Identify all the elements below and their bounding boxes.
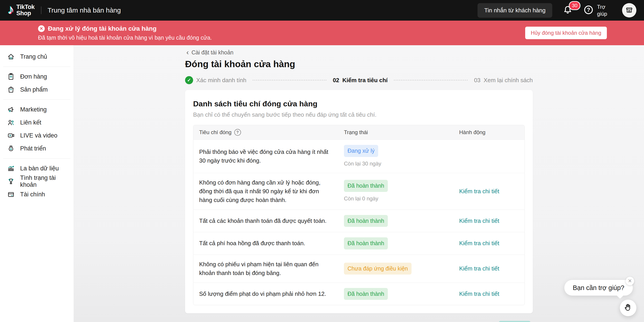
sidebar-item-marketing[interactable]: Marketing [0,103,74,116]
clipboard-icon [7,72,15,81]
sidebar-item-label: La bàn dữ liệu [20,165,59,172]
help-hand-button[interactable] [620,300,636,316]
help-widget: Bạn cần trợ giúp? ✕ [564,280,636,316]
column-header-status: Trạng thái [338,129,453,135]
error-circle-icon: ✕ [38,25,45,32]
tiktok-shop-logo[interactable]: ♪ TikTok Shop [8,4,35,16]
criteria-table: Tiêu chí đóng ? Trạng thái Hành động Phả… [193,125,525,305]
criteria-text: Tất cả phí hoa hồng đã được thanh toán. [193,239,338,248]
notification-badge: 30 [569,1,580,10]
check-details-link[interactable]: Kiểm tra chi tiết [459,290,499,297]
storefront-icon [625,6,633,15]
criteria-text: Số lượng điểm phạt do vi phạm phải nhỏ h… [193,289,338,298]
brand-line1: TikTok [16,4,35,10]
sidebar-item-health[interactable]: Tình trạng tài khoản [0,175,74,188]
sidebar-item-live[interactable]: LIVE và video [0,129,74,142]
card-subtitle: Bạn chỉ có thể chuyển sang bước tiếp the… [193,111,525,118]
credit-card-icon [7,190,15,199]
table-row: Không có phiếu vi phạm hiện tại liên qua… [193,255,524,282]
help-button[interactable]: ? Trợ giúp [583,3,612,17]
step-label: Xác minh danh tính [196,77,246,84]
status-badge: Đang xử lý [344,145,378,157]
brand-line2: Shop [16,10,35,17]
criteria-card: Danh sách tiêu chí đóng cửa hàng Bạn chỉ… [185,90,533,313]
action-cell: Kiểm tra chi tiết [453,187,525,196]
table-header-row: Tiêu chí đóng ? Trạng thái Hành động [193,125,524,140]
action-cell: Kiểm tra chi tiết [453,239,525,248]
step-connector [394,80,468,81]
raised-hand-icon [624,303,633,313]
status-cell: Đã hoàn thànhCòn lại 0 ngày [338,180,453,203]
stepper: ✓ Xác minh danh tính 02 Kiểm tra tiêu ch… [185,76,533,84]
status-badge: Đã hoàn thành [344,180,388,192]
help-bubble: Bạn cần trợ giúp? ✕ [564,280,633,295]
sidebar-item-label: Tài chính [20,191,45,198]
shopping-bag-icon [7,85,15,94]
status-note: Còn lại 0 ngày [344,195,448,203]
svg-text:?: ? [587,7,590,13]
sidebar-item-affiliate[interactable]: Liên kết [0,116,74,129]
sidebar-item-label: Sản phẩm [20,86,48,93]
home-icon [7,52,15,61]
footer-actions: Hủy đóng tài khoản cửa hàng Tiếp › [185,321,533,322]
banner-title: Đang xử lý đóng tài khoản cửa hàng [48,25,157,32]
criteria-help-circle-icon[interactable]: ? [234,129,241,136]
column-header-action: Hành động [453,129,525,135]
customer-messages-button[interactable]: Tin nhắn từ khách hàng [478,3,552,18]
status-cell: Đã hoàn thành [338,288,453,300]
table-row: Không có đơn hàng đang cần xử lý hoặc đó… [193,173,524,210]
top-header-bar: ♪ TikTok Shop Trung tâm nhà bán hàng Tin… [0,0,644,21]
step-done-check-icon: ✓ [185,76,193,84]
sidebar-divider [3,99,70,100]
sidebar-item-label: Đơn hàng [20,73,47,80]
medal-icon [7,144,15,153]
step-policy-review: 03 Xem lại chính sách [474,77,533,84]
sidebar-item-finance[interactable]: Tài chính [0,188,74,201]
tiktok-note-icon: ♪ [8,3,14,16]
sidebar-item-home[interactable]: Trang chủ [0,50,74,63]
help-bubble-text: Bạn cần trợ giúp? [573,284,624,291]
check-details-link[interactable]: Kiểm tra chi tiết [459,217,499,224]
sidebar-item-orders[interactable]: Đơn hàng [0,70,74,83]
close-icon[interactable]: ✕ [626,277,634,285]
action-cell: Kiểm tra chi tiết [453,216,525,225]
sidebar-item-label: Liên kết [20,119,42,126]
seller-center-title: Trung tâm nhà bán hàng [48,7,121,14]
criteria-text: Không có phiếu vi phạm hiện tại liên qua… [193,260,338,277]
notifications-button[interactable]: 30 [562,5,573,16]
header-divider [41,7,42,14]
sidebar-item-compass[interactable]: La bàn dữ liệu [0,162,74,175]
card-title: Danh sách tiêu chí đóng cửa hàng [193,99,525,108]
sidebar-item-label: Marketing [20,106,47,113]
page-title: Đóng tài khoản cửa hàng [185,59,533,69]
main-content-area: ‹ Cài đặt tài khoản Đóng tài khoản cửa h… [74,45,644,322]
banner-subtitle: Đã tạm thời vô hiệu hoá tài khoản cửa hà… [38,35,212,41]
sidebar-item-products[interactable]: Sản phẩm [0,83,74,96]
sidebar-divider [3,158,70,159]
breadcrumb[interactable]: ‹ Cài đặt tài khoản [185,49,234,56]
check-details-link[interactable]: Kiểm tra chi tiết [459,240,499,246]
bar-chart-icon [7,164,15,173]
closure-warning-banner: ✕ Đang xử lý đóng tài khoản cửa hàng Đã … [0,21,644,45]
status-note: Còn lại 30 ngày [344,160,448,168]
check-details-link[interactable]: Kiểm tra chi tiết [459,188,499,195]
status-cell: Đã hoàn thành [338,237,453,249]
step-number: 03 [474,77,480,84]
status-badge: Chưa đáp ứng điều kiện [344,263,412,275]
status-badge: Đã hoàn thành [344,288,388,300]
sidebar-item-label: Tình trạng tài khoản [20,174,74,188]
cancel-closure-banner-button[interactable]: Hủy đóng tài khoản cửa hàng [525,27,607,39]
shop-avatar-button[interactable] [622,3,636,18]
criteria-table-body: Phải thông báo về việc đóng cửa cửa hàng… [193,140,524,305]
check-details-link[interactable]: Kiểm tra chi tiết [459,265,499,272]
status-cell: Chưa đáp ứng điều kiện [338,263,453,275]
step-label: Xem lại chính sách [484,77,533,84]
sidebar-item-growth[interactable]: Phát triển [0,142,74,155]
next-step-button[interactable]: Tiếp › [499,321,530,322]
back-chevron-icon: ‹ [186,49,189,56]
video-camera-icon [7,131,15,140]
action-cell: Kiểm tra chi tiết [453,289,525,298]
status-cell: Đã hoàn thành [338,215,453,227]
cancel-closure-button[interactable]: Hủy đóng tài khoản cửa hàng [400,321,493,322]
question-circle-icon: ? [583,5,594,16]
